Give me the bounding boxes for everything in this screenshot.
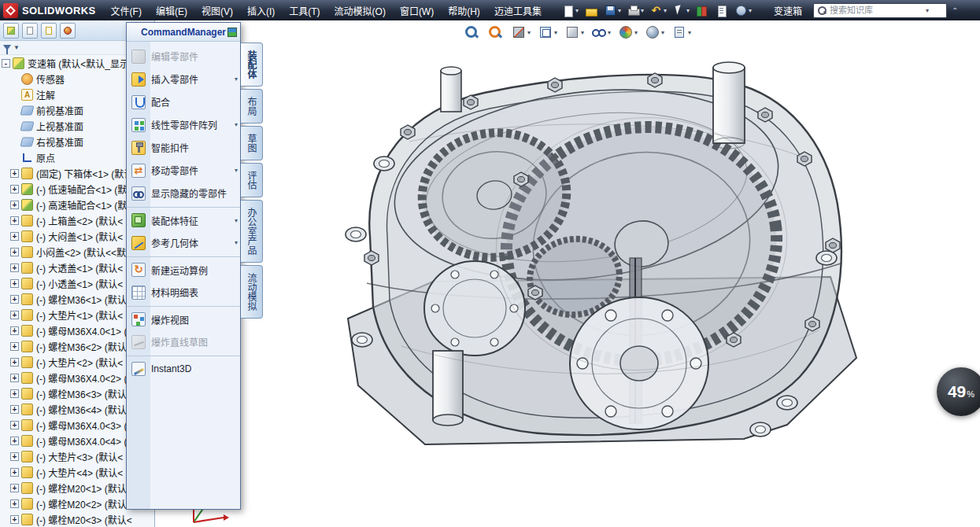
expand-toggle-icon[interactable]: + — [10, 515, 19, 524]
component-icon — [21, 514, 33, 525]
expand-toggle-icon[interactable]: + — [10, 484, 19, 492]
expand-toggle-icon[interactable]: + — [10, 405, 19, 414]
instant3d-icon — [131, 362, 146, 376]
tree-item[interactable]: + (-) 螺栓M20<3> (默认< — [0, 511, 154, 527]
tab-flow-simulation[interactable]: 流动模拟 — [241, 265, 263, 319]
toolbar-button[interactable]: ▾ — [625, 3, 645, 18]
menu-item[interactable]: 迈迪工具集 — [487, 0, 549, 21]
expand-toggle-icon[interactable]: + — [10, 295, 19, 304]
toolbar-button[interactable]: ▾ — [560, 3, 580, 18]
tab-layout[interactable]: 布局 — [241, 89, 263, 123]
propertymanager-tab-icon[interactable] — [22, 23, 38, 39]
toolbar-button[interactable]: ▾ — [648, 3, 668, 18]
tree-item-label: 前视基准面 — [36, 104, 83, 117]
commandmanager-tab-strip: 装配体 布局 草图 评估 办公室产品 流动模拟 — [241, 42, 263, 319]
view-toolbar-button[interactable]: ▾ — [590, 24, 612, 41]
flyout-arrow-icon[interactable]: ▾ — [233, 76, 238, 83]
commandmanager-command[interactable]: 装配体特征 ▾ — [127, 207, 240, 231]
expand-toggle-icon[interactable]: - — [2, 59, 10, 68]
flyout-arrow-icon[interactable]: ▾ — [233, 217, 238, 224]
filter-dropdown-arrow-icon[interactable]: ▼ — [13, 44, 20, 51]
expand-toggle-icon[interactable]: + — [10, 216, 19, 225]
menu-item[interactable]: 窗口(W) — [393, 0, 441, 21]
expand-toggle-icon[interactable]: + — [10, 232, 19, 241]
search-input[interactable] — [830, 6, 923, 15]
expand-toggle-icon[interactable]: + — [10, 421, 19, 429]
expand-toggle-icon[interactable]: + — [10, 326, 19, 335]
commandmanager-options-icon[interactable] — [227, 28, 237, 37]
menu-item[interactable]: 流动模拟(O) — [327, 0, 393, 21]
commandmanager-command[interactable]: 新建运动算例 — [127, 256, 240, 281]
expand-toggle-icon[interactable]: + — [10, 201, 19, 209]
expand-toggle-icon[interactable]: + — [10, 468, 19, 477]
commandmanager-command[interactable]: 智能扣件 — [127, 136, 240, 159]
expand-toggle-icon[interactable]: + — [10, 185, 19, 193]
gearbox-3d-model[interactable] — [315, 47, 874, 456]
expand-toggle-icon[interactable]: + — [10, 342, 19, 351]
commandmanager-command[interactable]: 材料明细表 — [127, 281, 240, 304]
expand-toggle-icon[interactable]: + — [10, 437, 19, 445]
dropdown-arrow-icon: ▾ — [664, 7, 667, 14]
expand-toggle-icon[interactable]: + — [10, 389, 19, 398]
tab-assembly[interactable]: 装配体 — [241, 42, 263, 87]
toolbar-button[interactable]: ▾ — [733, 3, 753, 18]
toolbar-button[interactable] — [693, 3, 711, 18]
featuremanager-tab-icon[interactable] — [3, 23, 19, 39]
commandmanager-command[interactable]: 爆炸视图 — [127, 306, 240, 330]
commandmanager-command[interactable]: 线性零部件阵列 ▾ — [127, 113, 240, 136]
view-toolbar-button[interactable]: ▾ — [510, 24, 531, 41]
view-toolbar-button[interactable]: ▾ — [537, 24, 558, 41]
commandmanager-command[interactable]: 爆炸直线草图 — [127, 330, 240, 353]
menu-item[interactable]: 编辑(E) — [149, 0, 194, 21]
tab-sketch[interactable]: 草图 — [241, 126, 263, 160]
expand-toggle-icon[interactable]: + — [10, 374, 19, 382]
flyout-arrow-icon[interactable]: ▾ — [233, 239, 238, 246]
expand-toggle-icon[interactable]: + — [10, 452, 19, 461]
view-toolbar-button[interactable] — [486, 24, 505, 41]
view-toolbar-button[interactable]: ▾ — [564, 24, 585, 41]
view-toolbar-button[interactable] — [463, 24, 481, 41]
menu-item[interactable]: 工具(T) — [282, 0, 327, 21]
commandmanager-command[interactable]: 移动零部件 ▾ — [127, 159, 240, 182]
flyout-arrow-icon[interactable]: ▾ — [233, 167, 238, 174]
view-toolbar-button[interactable]: ▾ — [617, 24, 638, 41]
toolbar-button[interactable]: ▾ — [602, 3, 623, 18]
expand-toggle-icon[interactable]: + — [10, 358, 19, 367]
commandmanager-command[interactable]: 参考几何体 ▾ — [127, 231, 240, 254]
expand-toggle-icon[interactable]: + — [10, 169, 19, 178]
show-hidden-components-icon — [131, 186, 146, 201]
view-toolbar-button[interactable]: ▾ — [671, 24, 692, 41]
menu-item[interactable]: 文件(F) — [104, 0, 149, 21]
view-toolbar-button[interactable]: ▾ — [644, 24, 665, 41]
expand-toggle-icon[interactable]: + — [10, 279, 19, 288]
commandmanager-command[interactable]: 显示隐藏的零部件 — [127, 182, 240, 205]
tree-item-label: (-) 上箱盖<2> (默认< — [36, 214, 123, 227]
dimxpert-tab-icon[interactable] — [60, 23, 76, 39]
search-dropdown-arrow-icon[interactable]: ▾ — [926, 7, 929, 14]
toolbar-button[interactable] — [713, 3, 730, 18]
graphics-viewport[interactable] — [155, 20, 980, 527]
flyout-arrow-icon[interactable]: ▾ — [233, 121, 238, 128]
commandmanager-command[interactable]: 插入零部件 ▾ — [127, 68, 240, 90]
commandmanager-command[interactable]: Instant3D — [127, 356, 240, 380]
configurationmanager-tab-icon[interactable] — [41, 23, 57, 39]
expand-toggle-icon[interactable]: + — [10, 311, 19, 319]
menu-item[interactable]: 插入(I) — [240, 0, 282, 21]
dropdown-arrow-icon: ▾ — [527, 29, 531, 36]
tab-evaluate[interactable]: 评估 — [241, 163, 263, 197]
tab-office-products[interactable]: 办公室产品 — [241, 200, 263, 263]
zoom-value: 49 — [948, 382, 966, 401]
tree-item-label: (-) 螺栓M36<4> (默认 — [36, 403, 127, 416]
toolbar-button[interactable]: ▾ — [671, 3, 691, 18]
menu-item[interactable]: 视图(V) — [194, 0, 240, 21]
toolbar-button[interactable] — [582, 3, 600, 18]
collapse-menu-icon[interactable]: ⌃ — [952, 6, 958, 15]
new-document-icon — [561, 4, 575, 17]
expand-toggle-icon[interactable]: + — [10, 264, 19, 272]
knowledge-search-box[interactable]: ▾ — [813, 3, 947, 18]
expand-toggle-icon[interactable]: + — [10, 248, 19, 256]
menu-item[interactable]: 帮助(H) — [441, 0, 487, 21]
commandmanager-command[interactable]: 配合 — [127, 90, 240, 113]
commandmanager-command[interactable]: 编辑零部件 — [127, 45, 240, 68]
expand-toggle-icon[interactable]: + — [10, 499, 19, 508]
